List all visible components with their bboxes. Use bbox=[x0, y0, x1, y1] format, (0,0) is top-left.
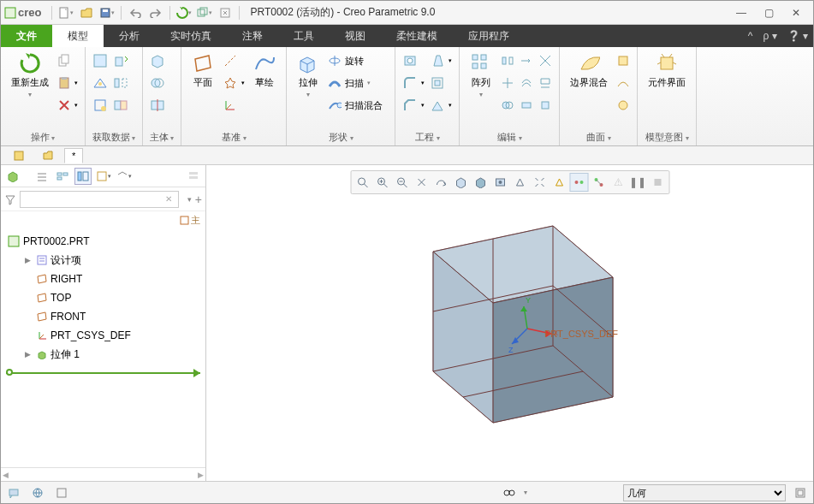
tree-node-extrude1[interactable]: ▶ 拉伸 1 bbox=[1, 345, 205, 364]
tree-insert-indicator[interactable] bbox=[6, 365, 200, 381]
zoom-out-icon[interactable] bbox=[392, 173, 411, 192]
refit-icon[interactable] bbox=[353, 173, 371, 192]
pause-icon[interactable]: ❚❚ bbox=[628, 173, 647, 192]
clear-search-icon[interactable]: ✕ bbox=[165, 194, 172, 204]
tree-columns-icon[interactable] bbox=[74, 168, 92, 185]
perspective-icon[interactable] bbox=[510, 173, 529, 192]
revolve-button[interactable]: 旋转 bbox=[328, 50, 388, 71]
find-dropdown-icon[interactable]: ▾ bbox=[524, 489, 527, 496]
ribbon-group-ops-label[interactable]: 操作 bbox=[8, 129, 78, 144]
mirror-geom-icon[interactable] bbox=[113, 73, 128, 93]
csys-icon[interactable] bbox=[223, 95, 245, 116]
open-file-icon[interactable] bbox=[77, 3, 96, 22]
point-icon[interactable]: ▾ bbox=[223, 73, 245, 93]
component-ui-button[interactable]: 元件界面 bbox=[645, 50, 689, 91]
tab-analysis[interactable]: 分析 bbox=[104, 25, 155, 47]
spin-center-icon[interactable] bbox=[589, 173, 608, 192]
intersect-icon[interactable] bbox=[538, 50, 552, 71]
ribbon-group-intent-label[interactable]: 模型意图 bbox=[645, 129, 689, 144]
status-web-icon[interactable] bbox=[28, 484, 47, 501]
shaded-icon[interactable] bbox=[471, 173, 490, 192]
save-icon[interactable]: ▾ bbox=[98, 3, 116, 22]
ribbon-group-eng-label[interactable]: 工程 bbox=[402, 129, 452, 144]
status-window-icon[interactable] bbox=[52, 484, 71, 501]
solidify-icon[interactable] bbox=[538, 95, 552, 116]
plane-button[interactable]: 平面 bbox=[188, 50, 217, 91]
tree-filter-icon[interactable]: ▾ bbox=[95, 168, 112, 185]
tab-tools[interactable]: 工具 bbox=[278, 25, 330, 47]
chevron-right-icon[interactable]: ▶ bbox=[25, 256, 33, 264]
merge-edit-icon[interactable] bbox=[501, 95, 514, 116]
import-icon[interactable] bbox=[113, 50, 128, 71]
chamfer-icon[interactable]: ▾ bbox=[402, 95, 425, 116]
swept-blend-button[interactable]: 扫描混合 bbox=[328, 95, 388, 116]
body-split-icon[interactable] bbox=[150, 95, 165, 116]
chevron-right-icon[interactable]: ▶ bbox=[25, 350, 33, 359]
tab-apps[interactable]: 应用程序 bbox=[453, 25, 525, 47]
selection-filter-select[interactable]: 几何 bbox=[623, 484, 786, 501]
boundary-blend-button[interactable]: 边界混合 bbox=[567, 50, 611, 91]
fill-icon[interactable] bbox=[616, 50, 630, 71]
ribbon-group-getdata-label[interactable]: 获取数据 bbox=[92, 129, 135, 144]
tab-view[interactable]: 视图 bbox=[330, 25, 381, 47]
thicken-icon[interactable] bbox=[520, 95, 533, 116]
repaint-icon[interactable] bbox=[412, 173, 431, 192]
named-view-icon[interactable] bbox=[530, 173, 549, 192]
datum-display-icon[interactable] bbox=[550, 173, 568, 192]
sketch-button[interactable]: 草绘 bbox=[250, 50, 279, 91]
tree-cube-icon[interactable] bbox=[4, 168, 21, 185]
tree-root[interactable]: PRT0002.PRT bbox=[1, 232, 205, 251]
tab-model[interactable]: 模型 bbox=[52, 25, 104, 47]
windows-icon[interactable]: ▾ bbox=[195, 3, 214, 22]
shell-icon[interactable] bbox=[430, 73, 452, 93]
sweep-button[interactable]: 扫描▾ bbox=[328, 73, 388, 93]
hole-icon[interactable] bbox=[402, 50, 425, 71]
spin-icon[interactable] bbox=[431, 173, 450, 192]
regenerate-button[interactable]: 重新生成 ▾ bbox=[8, 50, 52, 100]
copy-icon[interactable] bbox=[57, 50, 78, 71]
filter-icon[interactable] bbox=[4, 193, 16, 205]
tree-collapse-icon[interactable] bbox=[54, 168, 71, 185]
tree-horizontal-scroll[interactable]: ◀▶ bbox=[1, 467, 205, 481]
stop-icon[interactable] bbox=[648, 173, 667, 192]
annotation-display-icon[interactable] bbox=[569, 173, 588, 192]
ribbon-group-body-label[interactable]: 主体 bbox=[150, 129, 174, 144]
graphics-area[interactable]: ⚠ ❚❚ bbox=[206, 165, 813, 481]
shrinkwrap-icon[interactable] bbox=[92, 95, 108, 116]
close-button[interactable]: ✕ bbox=[786, 3, 806, 22]
offset-icon[interactable] bbox=[520, 73, 533, 93]
freeform-icon[interactable] bbox=[616, 95, 630, 116]
body-new-icon[interactable] bbox=[150, 50, 165, 71]
add-search-icon[interactable]: + bbox=[195, 193, 202, 206]
ribbon-group-datum-label[interactable]: 基准 bbox=[188, 129, 279, 144]
tree-node-front[interactable]: FRONT bbox=[1, 307, 205, 326]
pattern-button[interactable]: 阵列 ▾ bbox=[466, 50, 496, 100]
tree-expand-icon[interactable] bbox=[33, 168, 51, 185]
close-doc-icon[interactable] bbox=[216, 3, 235, 22]
help-icon[interactable]: ❔ ▾ bbox=[782, 25, 813, 47]
rib-icon[interactable]: ▾ bbox=[430, 95, 452, 116]
tree-settings-icon[interactable] bbox=[185, 168, 202, 185]
tree-show-icon[interactable]: ▾ bbox=[116, 168, 133, 185]
warning-icon[interactable]: ⚠ bbox=[609, 173, 627, 192]
redo-icon[interactable] bbox=[146, 3, 165, 22]
paste-icon[interactable]: ▾ bbox=[57, 73, 78, 93]
style-icon[interactable] bbox=[616, 73, 630, 93]
tree-node-top[interactable]: TOP bbox=[1, 288, 205, 307]
mirror-icon[interactable] bbox=[501, 50, 514, 71]
ribbon-collapse-icon[interactable]: ^ bbox=[743, 25, 758, 47]
trim-icon[interactable] bbox=[501, 73, 514, 93]
user-def-icon[interactable] bbox=[92, 50, 108, 71]
undo-icon[interactable] bbox=[126, 3, 145, 22]
status-msg-icon[interactable] bbox=[4, 484, 23, 501]
ribbon-group-surf-label[interactable]: 曲面 bbox=[567, 129, 630, 144]
saved-views-icon[interactable] bbox=[490, 173, 509, 192]
zoom-in-icon[interactable] bbox=[372, 173, 391, 192]
regen-icon[interactable]: ▾ bbox=[175, 3, 193, 22]
project-icon[interactable] bbox=[538, 73, 552, 93]
maximize-button[interactable]: ▢ bbox=[758, 3, 779, 22]
round-icon[interactable]: ▾ bbox=[402, 73, 425, 93]
tab-simulate[interactable]: 实时仿真 bbox=[155, 25, 227, 47]
browser-tab-star[interactable]: * bbox=[64, 148, 83, 163]
delete-icon[interactable]: ▾ bbox=[57, 95, 78, 116]
